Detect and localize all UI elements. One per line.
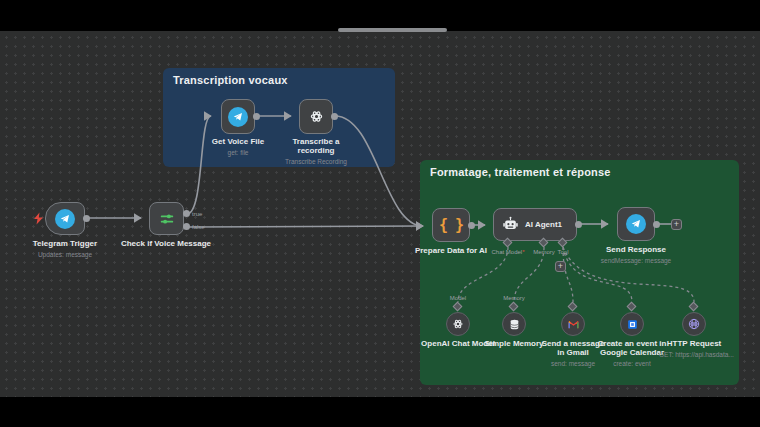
port-label-true: true (192, 211, 202, 217)
node-http-request[interactable] (682, 312, 706, 336)
node-prepare-data-for-ai[interactable]: { } (432, 208, 470, 242)
output-port[interactable] (83, 215, 90, 222)
openai-icon (451, 317, 465, 331)
port-label-memory: Memory (494, 295, 534, 301)
connection-agent-tool-to-gmail (563, 247, 573, 302)
telegram-icon (228, 107, 248, 127)
globe-icon (687, 317, 701, 331)
gmail-icon (567, 318, 580, 331)
port-label-model: Model (438, 295, 478, 301)
output-port[interactable] (575, 221, 582, 228)
output-port[interactable] (653, 221, 660, 228)
output-port[interactable] (331, 113, 338, 120)
node-telegram-trigger[interactable] (45, 202, 85, 235)
port-label-text: Chat Model (491, 249, 522, 255)
filter-sliders-icon (158, 210, 176, 228)
output-port-true[interactable] (183, 210, 190, 217)
node-subtitle: Transcribe Recording (276, 158, 356, 165)
connection-transcribe-to-prepare (335, 116, 423, 226)
node-label: Transcribe a recording (276, 138, 356, 156)
node-gmail[interactable] (561, 312, 585, 336)
n8n-workflow-editor: Transcription vocaux Formatage, traiteme… (0, 0, 760, 427)
node-label-block: HTTP Request GET: https://api.hasdata... (659, 340, 729, 358)
node-label: Check if Voice Message (116, 240, 216, 249)
node-openai-chat-model[interactable] (446, 312, 470, 336)
node-ai-agent[interactable]: AI Agent1 (493, 208, 577, 241)
node-label: AI Agent1 (525, 220, 562, 229)
connection-check-false-to-prepare (187, 226, 423, 227)
openai-icon (308, 108, 325, 125)
node-subtitle: get: file (203, 149, 273, 156)
node-label: HTTP Request (659, 340, 729, 349)
node-label: Get Voice File (203, 138, 273, 147)
node-label-block: Transcribe a recording Transcribe Record… (276, 138, 356, 165)
port-label-tool: Tool (549, 249, 577, 255)
node-label-block: Check if Voice Message (116, 240, 216, 249)
output-port[interactable] (253, 113, 260, 120)
connection-check-true-to-getfile (187, 116, 211, 214)
node-simple-memory[interactable] (502, 312, 526, 336)
node-subtitle: create: event (594, 360, 670, 367)
node-transcribe-a-recording[interactable] (299, 99, 333, 134)
node-subtitle: GET: https://api.hasdata... (659, 351, 729, 358)
google-calendar-icon (626, 318, 639, 331)
node-label-block: Get Voice File get: file (203, 138, 273, 156)
node-label-block: Send Response sendMessage: message (596, 246, 676, 264)
node-label-block: Telegram Trigger Updates: message (25, 240, 105, 258)
add-node-button[interactable]: + (671, 219, 682, 230)
node-google-calendar[interactable] (620, 312, 644, 336)
output-port-false[interactable] (183, 223, 190, 230)
connection-agent-to-memory (514, 247, 544, 302)
window-drag-bar (338, 28, 447, 32)
node-get-voice-file[interactable] (221, 99, 255, 134)
node-label: Simple Memory (479, 340, 549, 349)
trigger-bolt-icon (33, 212, 44, 225)
node-subtitle: sendMessage: message (596, 257, 676, 264)
code-braces-icon: { } (439, 216, 463, 234)
port-label-false: false (192, 224, 205, 230)
output-port[interactable] (468, 222, 475, 229)
add-tool-button[interactable]: + (555, 261, 566, 272)
telegram-icon (55, 209, 75, 229)
node-check-if-voice-message[interactable] (149, 202, 184, 235)
node-label: Telegram Trigger (25, 240, 105, 249)
database-icon (508, 318, 521, 331)
node-send-response[interactable] (617, 207, 655, 241)
telegram-icon (626, 214, 646, 234)
node-subtitle: Updates: message (25, 251, 105, 258)
node-label: Send Response (596, 246, 676, 255)
robot-icon (502, 216, 519, 233)
node-label-block: Simple Memory (479, 340, 549, 349)
